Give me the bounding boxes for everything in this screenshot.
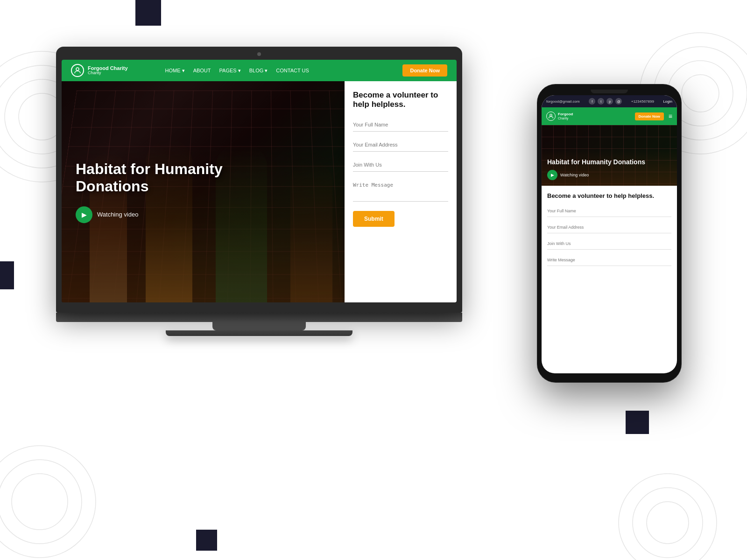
phone-topbar: forgood@gmail.com f t p @ +1234567899 Lo… [542,95,677,107]
phone-donate-button[interactable]: Donate Now [635,112,664,120]
phone-join-input[interactable] [547,238,671,250]
phone-watch-label: Watching video [560,173,589,177]
phone-form-panel: Become a volunteer to help helpless. [542,186,677,277]
phone-name-input[interactable] [547,205,671,217]
phone-play-button[interactable]: ▶ [547,170,557,180]
laptop-website: Forgood Charity Charity HOME ▾ ABOUT PAG… [62,60,457,302]
phone-body: forgood@gmail.com f t p @ +1234567899 Lo… [537,84,682,383]
phone-form-title: Become a volunteer to help helpless. [547,192,671,200]
phone-login-link[interactable]: Login [663,99,672,104]
svg-point-8 [0,446,96,558]
phone-screen: forgood@gmail.com f t p @ +1234567899 Lo… [542,95,677,373]
phone-brand: Forgood Charity [546,112,573,121]
phone-brand-name: Forgood Charity [558,112,573,120]
laptop-nav-brand: Forgood Charity Charity [71,64,128,77]
phone-instagram-icon[interactable]: @ [615,98,622,105]
svg-point-15 [550,114,552,117]
laptop-email-input[interactable] [353,138,448,152]
laptop-hero-content: Habitat for Humanity Donations ▶ Watchin… [76,161,234,223]
bg-square-left [0,261,14,289]
nav-link-about[interactable]: ABOUT [193,68,211,73]
phone-pinterest-icon[interactable]: p [606,98,613,105]
phone-email: forgood@gmail.com [546,99,580,104]
laptop-message-input[interactable] [353,178,448,202]
phone-notch [591,90,628,93]
laptop-donate-button[interactable]: Donate Now [402,64,447,77]
phone-email-input[interactable] [547,222,671,233]
phone-hero-content: Habitat for Humanity Donations ▶ Watchin… [547,158,645,180]
laptop-device: Forgood Charity Charity HOME ▾ ABOUT PAG… [56,47,462,350]
svg-point-7 [682,75,719,112]
laptop-nav-links: HOME ▾ ABOUT PAGES ▾ BLOG ▾ CONTACT US [165,68,309,74]
phone-device: forgood@gmail.com f t p @ +1234567899 Lo… [537,84,682,383]
laptop-camera [257,52,261,56]
svg-point-14 [76,68,79,70]
bg-square-right [626,411,649,434]
phone-watch-video[interactable]: ▶ Watching video [547,170,645,180]
phone-message-input[interactable] [547,254,671,266]
laptop-body: Forgood Charity Charity HOME ▾ ABOUT PAG… [56,47,462,313]
phone-facebook-icon[interactable]: f [589,98,595,105]
svg-point-11 [619,474,717,560]
nav-link-blog[interactable]: BLOG ▾ [249,68,268,74]
laptop-form-title: Become a volunteer to help helpless. [353,91,448,110]
laptop-base [56,313,462,322]
nav-link-pages[interactable]: PAGES ▾ [219,68,241,74]
svg-point-12 [633,488,703,558]
phone-hero-title: Habitat for Humanity Donations [547,158,645,166]
laptop-foot [166,330,352,336]
laptop-form-panel: Become a volunteer to help helpless. Sub… [345,81,457,302]
laptop-navbar: Forgood Charity Charity HOME ▾ ABOUT PAG… [62,60,457,81]
laptop-stand [212,322,306,330]
bg-square-top [135,0,161,26]
bg-circles-bottom-left [0,443,98,560]
laptop-play-button[interactable]: ▶ [76,206,92,223]
laptop-watch-label: Watching video [97,211,138,218]
laptop-hero-title: Habitat for Humanity Donations [76,161,234,195]
bg-circles-bottom-right [616,471,719,560]
phone-social-icons: f t p @ [589,98,622,105]
laptop-brand-name: Forgood Charity Charity [88,65,128,76]
laptop-brand-icon [71,64,84,77]
phone-menu-icon[interactable]: ≡ [669,112,672,120]
phone-brand-icon [546,112,556,121]
phone-navbar: Forgood Charity Donate Now ≡ [542,107,677,125]
svg-point-10 [12,474,68,530]
laptop-join-input[interactable] [353,158,448,172]
bg-square-bottom [196,530,217,551]
laptop-screen: Forgood Charity Charity HOME ▾ ABOUT PAG… [62,60,457,302]
svg-point-9 [0,460,82,544]
laptop-name-input[interactable] [353,118,448,132]
phone-phone-number: +1234567899 [631,99,654,104]
phone-hero: Habitat for Humanity Donations ▶ Watchin… [542,125,677,186]
svg-point-13 [647,502,689,544]
laptop-hero: Habitat for Humanity Donations ▶ Watchin… [62,81,457,302]
laptop-submit-button[interactable]: Submit [353,211,395,227]
nav-link-contact[interactable]: CONTACT US [276,68,309,73]
nav-link-home[interactable]: HOME ▾ [165,68,185,74]
laptop-watch-video[interactable]: ▶ Watching video [76,206,234,223]
phone-twitter-icon[interactable]: t [598,98,604,105]
